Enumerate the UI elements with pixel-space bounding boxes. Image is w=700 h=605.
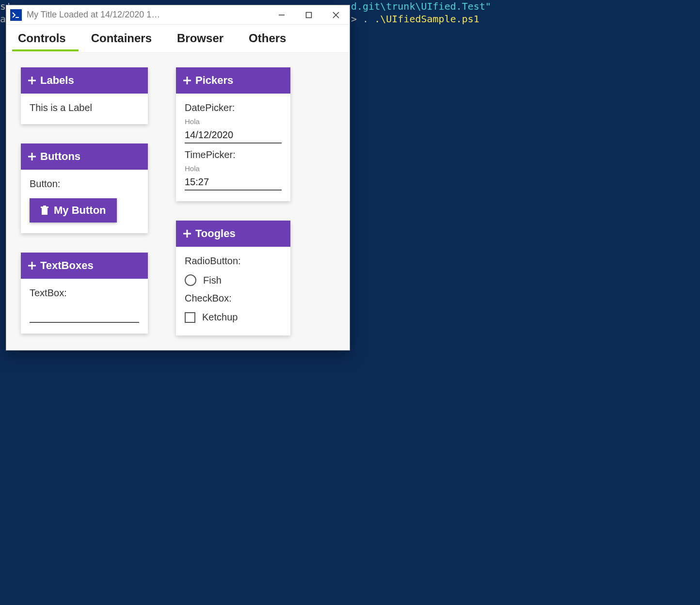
textbox-field-label: TextBox: [30, 287, 139, 299]
radio-option-fish[interactable]: Fish [185, 272, 282, 288]
plus-icon [183, 76, 191, 85]
card-textboxes: TextBoxes TextBox: [21, 253, 148, 334]
button-field-label: Button: [30, 178, 139, 190]
radiobutton-label: RadioButton: [185, 255, 282, 267]
timepicker-hint: Hola [185, 164, 282, 173]
timepicker-label: TimePicker: [185, 149, 282, 160]
plus-icon [183, 229, 191, 238]
timepicker-input[interactable] [185, 175, 282, 191]
my-button[interactable]: My Button [30, 198, 117, 223]
svg-rect-2 [306, 12, 312, 17]
card-header-textboxes[interactable]: TextBoxes [21, 253, 148, 279]
plus-icon [28, 152, 36, 161]
datepicker-label: DatePicker: [185, 102, 282, 113]
card-buttons: Buttons Button: My Button [21, 143, 148, 233]
tab-browser[interactable]: Browser [175, 27, 225, 51]
plus-icon [28, 261, 36, 270]
tab-others[interactable]: Others [247, 27, 288, 51]
maximize-button[interactable] [295, 5, 322, 24]
svg-rect-9 [42, 208, 48, 215]
textbox-input[interactable] [30, 307, 139, 323]
datepicker-hint: Hola [185, 117, 282, 126]
checkbox-label: CheckBox: [185, 293, 282, 304]
card-header-pickers-title: Pickers [195, 74, 233, 87]
checkbox-option-ketchup[interactable]: Ketchup [185, 310, 282, 325]
card-header-labels-title: Labels [40, 74, 74, 87]
plus-icon [28, 76, 36, 85]
terminal-command: .\UIfiedSample.ps1 [374, 13, 479, 25]
my-button-label: My Button [54, 204, 106, 217]
card-header-buttons-title: Buttons [40, 150, 80, 163]
checkbox-icon [185, 312, 195, 323]
application-window: My Title Loaded at 14/12/2020 1… Control… [6, 5, 350, 350]
card-header-toggles-title: Toogles [195, 227, 236, 240]
tab-bar: Controls Containers Browser Others [6, 25, 350, 53]
tab-controls[interactable]: Controls [16, 27, 68, 51]
sample-label: This is a Label [30, 102, 139, 113]
terminal-prompt: > . [351, 13, 374, 25]
checkbox-option-label: Ketchup [202, 312, 238, 323]
card-labels: Labels This is a Label [21, 67, 148, 124]
timepicker-value[interactable] [185, 176, 307, 188]
card-header-toggles[interactable]: Toogles [176, 221, 290, 247]
card-header-textboxes-title: TextBoxes [40, 259, 94, 272]
trash-icon [40, 206, 49, 215]
titlebar[interactable]: My Title Loaded at 14/12/2020 1… [6, 5, 350, 25]
window-title: My Title Loaded at 14/12/2020 1… [27, 10, 268, 20]
card-header-labels[interactable]: Labels [21, 67, 148, 94]
close-button[interactable] [322, 5, 350, 24]
card-header-pickers[interactable]: Pickers [176, 67, 290, 94]
radio-option-label: Fish [203, 275, 222, 286]
radio-icon [185, 274, 196, 286]
powershell-app-icon [10, 9, 22, 21]
datepicker-value[interactable] [185, 129, 307, 141]
card-pickers: Pickers DatePicker: Hola TimePi [176, 67, 290, 201]
terminal-line-path: d.git\trunk\UIfied.Test" [351, 0, 700, 13]
minimize-button[interactable] [268, 5, 295, 24]
card-toggles: Toogles RadioButton: Fish CheckBox: Ketc… [176, 221, 290, 335]
datepicker-input[interactable] [185, 128, 282, 143]
svg-rect-11 [43, 206, 46, 207]
tab-containers[interactable]: Containers [89, 27, 154, 51]
content-area: Labels This is a Label Buttons Button: [6, 53, 350, 350]
card-header-buttons[interactable]: Buttons [21, 143, 148, 170]
